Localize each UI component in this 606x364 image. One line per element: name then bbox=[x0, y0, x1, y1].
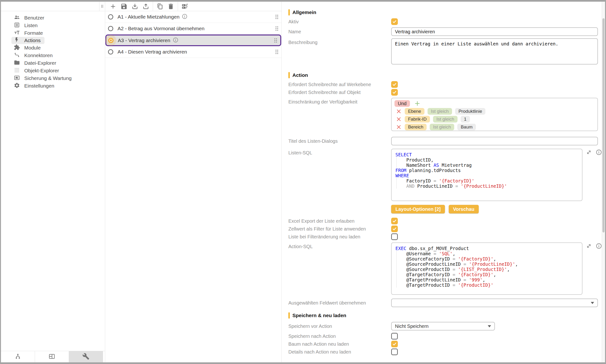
radio-unselected[interactable] bbox=[108, 14, 113, 20]
form-row-schreibrechte-werkebene: Erfordert Schreibrechte auf Werkebene bbox=[288, 81, 602, 88]
speichern-vor-select[interactable]: Nicht Speichern bbox=[391, 322, 495, 330]
add-icon[interactable] bbox=[109, 3, 116, 10]
radio-unselected[interactable] bbox=[108, 26, 113, 31]
condition-operator-chip[interactable]: Ist gleich bbox=[433, 116, 458, 123]
condition-value-chip[interactable]: Produktlinie bbox=[455, 108, 485, 115]
list-icon bbox=[14, 22, 20, 29]
connector-icon bbox=[14, 52, 20, 59]
tab-settings-view[interactable] bbox=[69, 351, 103, 362]
form-row-listen-sql: Listen-SQL SELECT ProductID, NameShort A… bbox=[288, 149, 602, 201]
field-label: Listen-SQL bbox=[288, 149, 391, 156]
list-item[interactable]: A1 - Aktuelle Mietzahlungen bbox=[105, 11, 282, 23]
delete-icon[interactable] bbox=[167, 3, 174, 10]
list-item-label: A4 - Diesen Vertrag archivieren bbox=[117, 49, 187, 55]
drag-handle-icon[interactable] bbox=[275, 50, 278, 54]
run-action-icon[interactable] bbox=[181, 3, 188, 10]
section-title: Speichern & neu laden bbox=[292, 312, 346, 318]
form-row-beschreibung: Beschreibung Einen Vertrag in einer List… bbox=[288, 38, 602, 65]
listen-sql-editor[interactable]: SELECT ProductID, NameShort AS Mietvertr… bbox=[391, 149, 582, 201]
layout-optionen-button[interactable]: Layout-Optionen [2] bbox=[391, 205, 445, 213]
vertical-scrollbar[interactable] bbox=[602, 2, 605, 362]
condition-field-chip[interactable]: Ebene bbox=[405, 108, 425, 115]
tab-layout-view[interactable] bbox=[35, 351, 69, 362]
sidebar-item-listen[interactable]: Listen bbox=[1, 22, 105, 29]
panel-resize-handle-icon[interactable] bbox=[99, 2, 105, 11]
connector-chip[interactable]: Und bbox=[395, 100, 410, 107]
select-value: Nicht Speichern bbox=[395, 324, 428, 329]
list-item[interactable]: A4 - Diesen Vertrag archivieren bbox=[105, 46, 282, 58]
sidebar-top-strip bbox=[1, 2, 105, 11]
duplicate-icon[interactable] bbox=[156, 3, 164, 10]
condition-operator-chip[interactable]: Ist gleich bbox=[427, 108, 452, 115]
upload-icon[interactable] bbox=[142, 3, 149, 10]
action-sql-editor[interactable]: EXEC dbo.sx_pf_MOVE_Product @Username = … bbox=[391, 242, 582, 295]
form-row-baum-neu-laden: Baum nach Action neu laden bbox=[288, 341, 602, 347]
checkbox-schreibrechte-objekt[interactable] bbox=[391, 89, 398, 96]
vorschau-button[interactable]: Vorschau bbox=[449, 205, 479, 213]
remove-condition-icon[interactable] bbox=[396, 124, 402, 130]
expand-icon[interactable] bbox=[586, 149, 592, 156]
sidebar-item-konnektoren[interactable]: Konnektoren bbox=[1, 52, 105, 59]
checkbox-details-neu-laden[interactable] bbox=[391, 349, 398, 355]
checkbox-speichern-nach[interactable] bbox=[391, 333, 398, 339]
condition-operator-chip[interactable]: Ist gleich bbox=[430, 124, 454, 130]
form-row-schreibrechte-objekt: Erfordert Schreibrechte auf Objekt bbox=[288, 89, 602, 96]
sidebar-item-einstellungen[interactable]: Einstellungen bbox=[1, 82, 105, 90]
sidebar-item-actions[interactable]: Actions bbox=[12, 37, 44, 44]
list-item[interactable]: A2 - Betrag aus Vormonat übernehmen bbox=[105, 23, 282, 35]
checkbox-liste-neu-laden[interactable] bbox=[391, 234, 398, 240]
drag-handle-icon[interactable] bbox=[274, 38, 277, 43]
condition-value-chip[interactable]: Baum bbox=[457, 124, 476, 130]
scrollbar-thumb[interactable] bbox=[602, 18, 605, 233]
section-bar-icon bbox=[288, 9, 290, 15]
download-icon[interactable] bbox=[131, 3, 139, 10]
condition-field-chip[interactable]: Bereich bbox=[405, 124, 426, 130]
field-label: Baum nach Action neu laden bbox=[288, 341, 391, 347]
field-label: Name bbox=[288, 29, 391, 35]
sidebar-item-module[interactable]: Module bbox=[1, 44, 105, 52]
list-item-selected[interactable]: A3 - Vertrag archivieren bbox=[105, 35, 281, 46]
remove-condition-icon[interactable] bbox=[396, 108, 402, 114]
feldwert-select[interactable] bbox=[391, 299, 598, 307]
condition-field-chip[interactable]: Fabrik-ID bbox=[405, 116, 430, 123]
add-condition-icon[interactable] bbox=[414, 100, 421, 107]
beschreibung-textarea[interactable]: Einen Vertrag in einer Liste auswählen u… bbox=[391, 38, 598, 65]
listen-dialog-title-input[interactable] bbox=[391, 137, 598, 145]
checkbox-aktiv[interactable] bbox=[391, 18, 398, 25]
remove-condition-icon[interactable] bbox=[396, 116, 402, 122]
checkbox-zellwert-filter[interactable] bbox=[391, 225, 398, 232]
sidebar-item-objekt-explorer[interactable]: Objekt-Explorer bbox=[1, 67, 105, 75]
radio-unselected[interactable] bbox=[108, 49, 113, 54]
radio-selected[interactable] bbox=[108, 38, 114, 43]
field-label: Details nach Action neu laden bbox=[288, 349, 391, 355]
checkbox-excel-export[interactable] bbox=[391, 218, 398, 224]
drag-handle-icon[interactable] bbox=[275, 15, 278, 19]
field-label: Einschränkung der Verfügbarkeit bbox=[288, 98, 391, 105]
info-icon[interactable] bbox=[182, 13, 187, 20]
condition-value-chip[interactable]: 1 bbox=[461, 116, 470, 123]
form-row-titel-listen-dialog: Titel des Listen-Dialogs bbox=[288, 137, 602, 145]
tab-tree-view[interactable] bbox=[1, 351, 35, 362]
name-input[interactable] bbox=[391, 27, 598, 36]
sidebar-item-datei-explorer[interactable]: Datei-Explorer bbox=[1, 59, 105, 67]
condition-connector-row: Und bbox=[395, 100, 594, 107]
drag-handle-icon[interactable] bbox=[275, 26, 278, 31]
info-icon[interactable] bbox=[173, 37, 179, 44]
form-row-liste-neu-laden: Liste bei Filteränderung neu laden bbox=[288, 234, 602, 240]
users-icon bbox=[14, 14, 20, 21]
save-icon[interactable] bbox=[120, 3, 128, 10]
checkbox-baum-neu-laden[interactable] bbox=[391, 341, 398, 347]
sidebar-item-sicherung-wartung[interactable]: Sicherung & Wartung bbox=[1, 75, 105, 82]
sidebar-item-label: Einstellungen bbox=[24, 83, 54, 89]
expand-icon[interactable] bbox=[586, 243, 592, 250]
info-icon[interactable] bbox=[596, 243, 602, 250]
sidebar-item-formate[interactable]: Formate bbox=[1, 29, 105, 37]
checkbox-schreibrechte-werkebene[interactable] bbox=[391, 81, 398, 88]
info-icon[interactable] bbox=[596, 149, 602, 156]
form-row-action-sql: Action-SQL EXEC dbo.sx_pf_MOVE_Product @… bbox=[288, 242, 602, 295]
app-window: Benutzer Listen Formate Actions Module K bbox=[0, 0, 606, 364]
form-row-details-neu-laden: Details nach Action neu laden bbox=[288, 349, 602, 355]
form-row-speichern-nach: Speichern nach Action bbox=[288, 333, 602, 339]
sidebar-item-benutzer[interactable]: Benutzer bbox=[1, 14, 105, 22]
list-item-label: A3 - Vertrag archivieren bbox=[118, 38, 170, 43]
